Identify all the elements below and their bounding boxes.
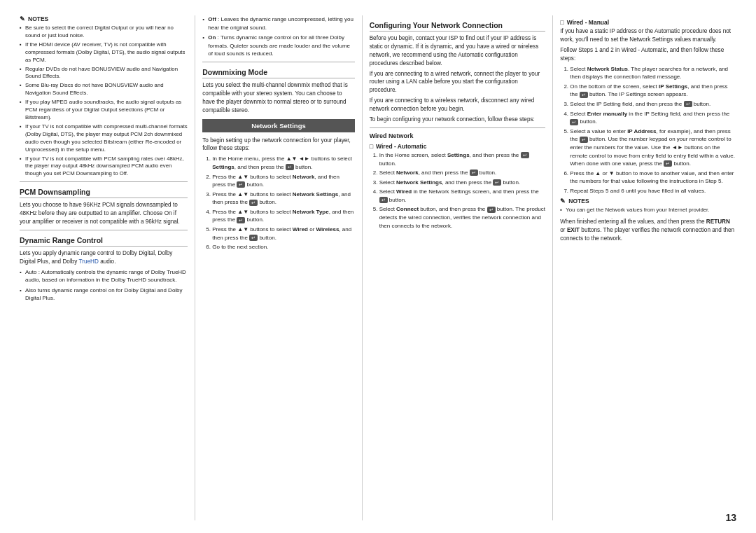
note-item-4: Some Blu-ray Discs do not have BONUSVIEW… bbox=[20, 82, 188, 97]
wired-network-heading: Wired Network bbox=[370, 132, 546, 139]
network-settings-intro: To begin setting up the network connecti… bbox=[202, 137, 354, 153]
page-number: 13 bbox=[725, 512, 736, 523]
begin-note: To begin configuring your network connec… bbox=[370, 116, 546, 124]
note-item-1: Be sure to select the correct Digital Ou… bbox=[20, 25, 188, 40]
manual-step-3: Select the IP Setting field, and then pr… bbox=[570, 100, 736, 109]
wired-auto-heading: Wired - Automatic bbox=[370, 143, 546, 150]
pcm-text: Lets you choose to have 96KHz PCM signal… bbox=[20, 201, 188, 226]
notes-heading-col4: NOTES bbox=[560, 198, 736, 205]
page: NOTES Be sure to select the correct Digi… bbox=[0, 0, 756, 533]
drc-bullet-auto: Auto : Automatically controls the dynami… bbox=[20, 268, 188, 284]
content-area: NOTES Be sure to select the correct Digi… bbox=[20, 15, 736, 520]
wired-router-note: If you are connecting to a wired network… bbox=[370, 70, 546, 95]
wired-manual-intro: If you have a static IP address or the A… bbox=[560, 27, 736, 44]
wired-auto-step-3: Select Network Settings, and then press … bbox=[379, 179, 546, 187]
wired-auto-step-2: Select Network, and then press the ↵ but… bbox=[379, 169, 546, 177]
manual-step-4: Select Enter manually in the IP Setting … bbox=[570, 110, 736, 126]
manual-step-2: On the bottom of the screen, select IP S… bbox=[570, 83, 736, 99]
off-bullet: Off : Leaves the dynamic range uncompres… bbox=[202, 15, 354, 32]
manual-step-7: Repeat Steps 5 and 6 until you have fill… bbox=[570, 187, 736, 195]
pcm-heading: PCM Downsampling bbox=[20, 188, 188, 198]
network-step-1: In the Home menu, press the ▲▼ ◄► button… bbox=[212, 155, 354, 171]
wired-manual-heading: Wired - Manual bbox=[560, 19, 736, 26]
manual-step-6: Press the ▲ or ▼ button to move to anoth… bbox=[570, 169, 736, 186]
network-step-5: Press the ▲▼ buttons to select Wired or … bbox=[212, 226, 354, 242]
truehd-link: TrueHD bbox=[79, 258, 99, 265]
wired-auto-steps: In the Home screen, select Settings, and… bbox=[370, 151, 546, 230]
column-4: Wired - Manual If you have a static IP a… bbox=[553, 15, 736, 520]
wireless-note: If you are connecting to a wireless netw… bbox=[370, 97, 546, 113]
wired-auto-step-1: In the Home screen, select Settings, and… bbox=[379, 151, 546, 167]
final-step: When finished entering all the values, a… bbox=[560, 218, 736, 243]
divider-downmix bbox=[202, 62, 354, 62]
column-1: NOTES Be sure to select the correct Digi… bbox=[20, 15, 195, 520]
network-steps-list: In the Home menu, press the ▲▼ ◄► button… bbox=[202, 155, 354, 251]
note-item-3: Regular DVDs do not have BONUSVIEW audio… bbox=[20, 66, 188, 81]
network-step-2: Press the ▲▼ buttons to select Network, … bbox=[212, 173, 354, 189]
note-item-6: If your TV is not compatible with compre… bbox=[20, 123, 188, 154]
network-settings-box: Network Settings bbox=[202, 119, 354, 132]
network-step-6: Go to the next section. bbox=[212, 243, 354, 251]
downmix-heading: Downmixing Mode bbox=[202, 68, 354, 78]
on-bullet: On : Turns dynamic range control on for … bbox=[202, 34, 354, 58]
manual-steps-list: Select Network Status. The player search… bbox=[560, 65, 736, 195]
column-2: Off : Leaves the dynamic range uncompres… bbox=[195, 15, 362, 520]
configuring-heading: Configuring Your Network Connection bbox=[370, 21, 546, 32]
divider-wired bbox=[370, 127, 546, 128]
network-step-3: Press the ▲▼ buttons to select Network S… bbox=[212, 191, 354, 207]
column-3: Configuring Your Network Connection Befo… bbox=[363, 15, 554, 520]
wired-auto-step-5: Select Connect button, and then press th… bbox=[379, 205, 546, 230]
col4-note-1: You can get the Network values from your… bbox=[560, 207, 736, 214]
manual-step-5: Select a value to enter IP Address, for … bbox=[570, 127, 736, 168]
on-label: On bbox=[208, 34, 216, 41]
note-item-7: If your TV is not compatible with PCM sa… bbox=[20, 155, 188, 179]
notes-list-col1: Be sure to select the correct Digital Ou… bbox=[20, 25, 188, 178]
divider-pcm bbox=[20, 181, 188, 182]
downmix-text: Lets you select the multi-channel downmi… bbox=[202, 81, 354, 115]
note-item-5: If you play MPEG audio soundtracks, the … bbox=[20, 99, 188, 122]
follow-steps: Follow Steps 1 and 2 in Wired - Automati… bbox=[560, 46, 736, 63]
drc-bullet-also: Also turns dynamic range control on for … bbox=[20, 286, 188, 303]
note-item-2: If the HDMI device (AV receiver, TV) is … bbox=[20, 41, 188, 64]
drc-text: Lets you apply dynamic range control to … bbox=[20, 249, 188, 266]
manual-step-1: Select Network Status. The player search… bbox=[570, 65, 736, 81]
drc-heading: Dynamic Range Control bbox=[20, 236, 188, 247]
wired-auto-step-4: Select Wired in the Network Settings scr… bbox=[379, 188, 546, 204]
off-label: Off bbox=[208, 16, 216, 22]
network-step-4: Press the ▲▼ buttons to select Network T… bbox=[212, 208, 354, 224]
configuring-intro: Before you begin, contact your ISP to fi… bbox=[370, 34, 546, 68]
notes-heading-col1: NOTES bbox=[20, 15, 188, 22]
divider-drc bbox=[20, 230, 188, 230]
